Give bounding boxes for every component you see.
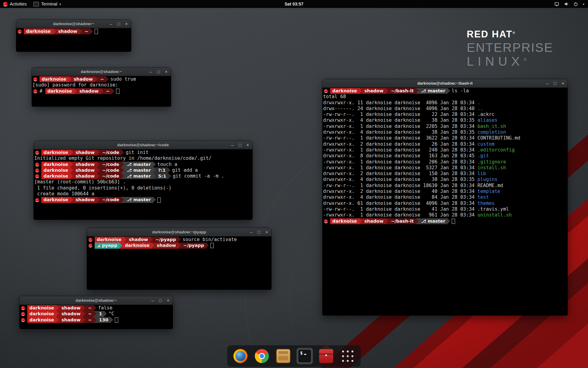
terminal-content[interactable]: darknoiseshadow~/bash-it⎇ masterls -lato… (322, 88, 567, 316)
terminal-line: darknoiseshadow~/code⎇ master (34, 197, 252, 203)
prompt-segment-venv: pyapp (95, 243, 119, 248)
redhat-prompt-icon (324, 219, 328, 223)
dock-files[interactable] (275, 348, 292, 364)
dock-chrome[interactable] (254, 348, 270, 364)
terminal-text: drwxrwxr-x. 4 darknoise darknoise 84 Jan… (323, 194, 477, 200)
prompt-segment-host: shadow (70, 150, 97, 155)
chrome-icon (255, 349, 269, 363)
maximize-button[interactable]: □ (239, 143, 241, 147)
prompt-segment-host: shadow (359, 218, 386, 224)
terminal-text: .. (477, 106, 483, 112)
terminal-line: drwxrwxr-x. 2 darknoise darknoise 150 Ja… (323, 171, 567, 177)
minimize-button[interactable]: – (546, 81, 549, 86)
redhat-prompt-icon (21, 312, 25, 316)
maximize-button[interactable]: □ (157, 70, 160, 74)
window-titlebar[interactable]: darknoise@shadow:~/code – □ × (34, 141, 252, 149)
terminal-text: -rwxrwxr-x. 1 darknoise darknoise 961 Ja… (323, 212, 477, 218)
prompt-segment-host: shadow (70, 173, 97, 179)
terminal-content[interactable]: darknoiseshadow~ (16, 28, 131, 52)
maximize-button[interactable]: □ (258, 230, 260, 234)
prompt-segment-user: darknoise (45, 88, 74, 94)
terminal-text: .git (477, 153, 489, 159)
prompt-segment-path: ~/code (97, 167, 121, 173)
terminal-line: darknoiseshadow~/codegit init (34, 150, 252, 155)
terminal-text: -rw-rw-r--. 1 darknoise darknoise 3622 J… (323, 135, 520, 141)
prompt-segment-path: ~/bash-it (386, 88, 416, 94)
close-button[interactable]: × (167, 298, 169, 303)
terminal-content[interactable]: darknoiseshadow~sudo true[sudo] password… (32, 76, 171, 107)
screen-icon[interactable] (554, 2, 559, 6)
terminal-content[interactable]: darknoiseshadow~/pyappsource bin/activat… (87, 236, 271, 290)
window-titlebar[interactable]: darknoise@shadow:~/pyapp – □ × (87, 228, 271, 236)
minimize-button[interactable]: – (231, 143, 234, 147)
dock-show-applications[interactable] (339, 348, 356, 364)
minimize-button[interactable]: – (110, 22, 112, 26)
terminal-text: -rw-rw-r--. 1 darknoise darknoise 18630 … (323, 183, 503, 189)
redhat-prompt-icon (33, 89, 37, 93)
terminal-icon: $ (298, 349, 312, 363)
terminal-text: drwxrwxr-x. 2 darknoise darknoise 26 Jan… (323, 141, 477, 147)
terminal-text: .editorconfig (477, 147, 514, 153)
minimize-button[interactable]: – (250, 230, 253, 234)
terminal-line: drwxrwxr-x. 2 darknoise darknoise 40 Jan… (323, 189, 567, 194)
maximize-button[interactable]: □ (554, 81, 556, 86)
terminal-text: drwxrwxr-x. 4 darknoise darknoise 38 Jan… (323, 129, 477, 135)
minimize-button[interactable]: – (150, 70, 152, 74)
prompt-segment-host: shadow (359, 88, 386, 94)
terminal-text: uninstall.sh (477, 212, 512, 218)
prompt-segment-host: shadow (56, 311, 83, 317)
terminal-text: drwxrwxr-x. 2 darknoise darknoise 150 Ja… (323, 171, 477, 177)
close-button[interactable]: × (165, 70, 168, 74)
chevron-down-icon: ▾ (59, 2, 61, 6)
terminal-line: darknoiseshadow~/code⎇ masterS:1git comm… (34, 173, 252, 179)
close-button[interactable]: × (266, 230, 268, 234)
window-titlebar[interactable]: darknoise@shadow:~ – □ × (32, 67, 171, 76)
close-button[interactable]: × (247, 143, 249, 147)
minimize-button[interactable]: – (152, 298, 154, 303)
maximize-button[interactable]: □ (117, 22, 120, 26)
terminal-text: create mode 100644 a (34, 191, 94, 197)
close-button[interactable]: × (562, 81, 564, 86)
prompt-segment-path: ~/code (97, 162, 121, 167)
dock-terminal[interactable]: $ (296, 348, 313, 364)
terminal-text: ^C (108, 311, 114, 317)
terminal-text: # (40, 88, 45, 94)
dock-firefox[interactable] (232, 348, 249, 364)
dock-toolbox[interactable] (318, 348, 334, 364)
terminal-content[interactable]: darknoiseshadow~/codegit initInitialized… (34, 149, 252, 220)
window-titlebar[interactable]: darknoise@shadow:~ – □ × (20, 296, 173, 305)
terminal-window-2: darknoise@shadow:~ – □ × darknoiseshadow… (32, 67, 171, 106)
terminal-window-5: darknoise@shadow:~ – □ × darknoiseshadow… (20, 296, 173, 328)
maximize-button[interactable]: □ (159, 298, 161, 303)
window-titlebar[interactable]: darknoise@shadow:~/bash-it – □ × (322, 79, 567, 88)
terminal-line: darknoiseshadow~/bash-it⎇ master (323, 218, 567, 224)
volume-icon[interactable] (564, 2, 569, 6)
terminal-icon (33, 2, 39, 6)
clock[interactable]: Sat 03:57 (285, 2, 303, 6)
terminal-line: 1 file changed, 0 insertions(+), 0 delet… (34, 185, 252, 191)
terminal-line: Initialized empty Git repository in /hom… (34, 155, 252, 161)
terminal-content[interactable]: darknoiseshadow~falsedarknoiseshadow~1^C… (20, 305, 173, 329)
terminal-text: -rwxrwxr-x. 1 darknoise darknoise 5327 J… (323, 165, 477, 171)
system-menu-chevron-icon[interactable]: ▾ (583, 2, 584, 6)
window-titlebar[interactable]: darknoise@shadow:~ – □ × (16, 20, 131, 28)
redhat-prompt-icon (35, 168, 39, 172)
files-icon (276, 349, 290, 363)
prompt-segment-host: shadow (124, 237, 150, 243)
power-icon[interactable] (573, 2, 578, 6)
redhat-prompt-icon (33, 77, 37, 81)
prompt-segment-path: ~/pyapp (150, 237, 178, 243)
terminal-text: 1 file changed, 0 insertions(+), 0 delet… (34, 185, 172, 191)
prompt-segment-host: shadow (74, 88, 100, 94)
close-button[interactable]: × (125, 22, 128, 26)
prompt-segment-user: darknoise (41, 150, 70, 155)
prompt-segment-git: ⎇ master (121, 173, 153, 179)
redhat-prompt-icon (35, 198, 39, 202)
app-menu-terminal[interactable]: Terminal ▾ (33, 0, 61, 8)
terminal-line: drwxrwxr-x. 11 darknoise darknoise 4096 … (323, 100, 567, 106)
terminal-line: darknoiseshadow~/pyappsource bin/activat… (88, 237, 271, 243)
redhat-prompt-icon (89, 243, 92, 247)
activities-button[interactable]: Activities (3, 0, 27, 8)
prompt-segment-host: shadow (69, 76, 95, 82)
terminal-text: -rwxrwxr-x. 1 darknoise darknoise 2205 J… (323, 124, 477, 129)
